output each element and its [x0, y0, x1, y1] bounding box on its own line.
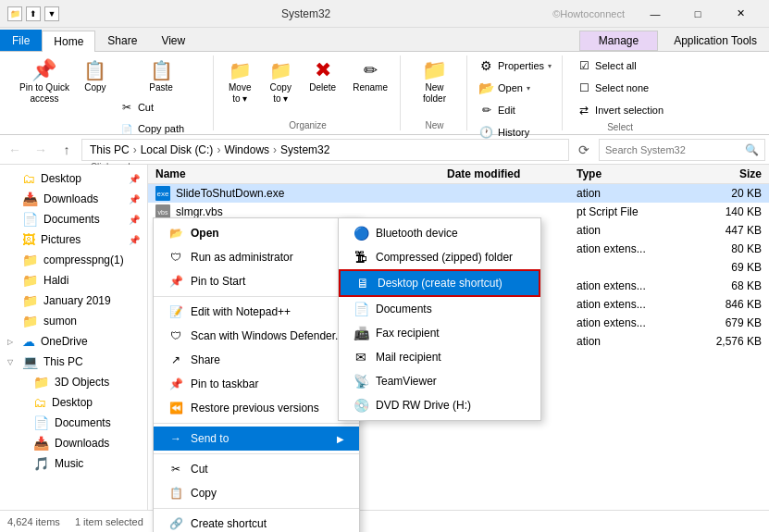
sidebar-item-downloads[interactable]: 📥 Downloads 📌 — [0, 189, 147, 209]
new-folder-icon: 📁 — [423, 59, 445, 81]
tab-view[interactable]: View — [149, 30, 197, 51]
ctx-share[interactable]: ↗ Share — [154, 348, 359, 372]
pin-indicator: 📌 — [129, 235, 140, 245]
sidebar-item-desktop2[interactable]: 🗂 Desktop — [0, 392, 147, 413]
ctx-copy[interactable]: 📋 Copy — [154, 481, 359, 505]
open-button[interactable]: 📂 Open ▾ — [475, 78, 535, 98]
submenu-mail[interactable]: ✉ Mail recipient — [339, 345, 540, 369]
sidebar-item-thispc[interactable]: ▽ 💻 This PC — [0, 352, 147, 372]
tab-application-tools[interactable]: Application Tools — [662, 30, 769, 51]
submenu-documents-label: Documents — [376, 303, 432, 315]
sidebar-item-documents[interactable]: 📄 Documents 📌 — [0, 209, 147, 229]
folder-icon: 📄 — [22, 212, 38, 227]
move-to-button[interactable]: 📁 Move to ▾ — [221, 56, 258, 107]
refresh-button[interactable]: ⟳ — [573, 139, 595, 161]
delete-button[interactable]: ✖ Delete — [303, 56, 342, 96]
ctx-sendto[interactable]: → Send to ▶ — [154, 427, 359, 451]
tab-manage[interactable]: Manage — [579, 31, 658, 51]
submenu-compressed[interactable]: 🗜 Compressed (zipped) folder — [339, 245, 540, 269]
folder-icon: 📥 — [33, 436, 49, 451]
invert-selection-button[interactable]: ⇄ Invert selection — [572, 100, 668, 120]
sidebar-item-music[interactable]: 🎵 Music — [0, 453, 147, 474]
customize-icon[interactable]: ▼ — [44, 6, 59, 21]
sidebar-item-3dobjects[interactable]: 📁 3D Objects — [0, 372, 147, 392]
breadcrumb-thispc[interactable]: This PC — [90, 143, 130, 156]
pin-to-quick-access-button[interactable]: 📌 Pin to Quick access — [13, 56, 76, 107]
up-button[interactable]: ↑ — [56, 139, 78, 161]
cut-button[interactable]: ✂ Cut — [115, 97, 207, 118]
ctx-create-shortcut[interactable]: 🔗 Create shortcut — [154, 512, 359, 532]
status-selected: 1 item selected — [75, 516, 143, 527]
submenu-teamviewer[interactable]: 📡 TeamViewer — [339, 369, 540, 393]
close-button[interactable]: ✕ — [719, 0, 762, 28]
submenu-dvd[interactable]: 💿 DVD RW Drive (H:) — [339, 393, 540, 417]
breadcrumb-localdisk[interactable]: Local Disk (C:) — [141, 143, 214, 156]
submenu-desktop[interactable]: 🖥 Desktop (create shortcut) — [339, 269, 540, 297]
copy-button[interactable]: 📋 Copy — [78, 56, 113, 96]
sidebar-item-pictures[interactable]: 🖼 Pictures 📌 — [0, 229, 147, 250]
ctx-cut[interactable]: ✂ Cut — [154, 457, 359, 481]
forward-button[interactable]: → — [30, 139, 52, 161]
sidebar-item-january2019[interactable]: 📁 January 2019 — [0, 291, 147, 311]
tab-share[interactable]: Share — [95, 30, 149, 51]
sidebar-item-sumon[interactable]: 📁 sumon — [0, 311, 147, 331]
rename-button[interactable]: ✏ Rename — [346, 56, 394, 96]
ctx-pin-taskbar[interactable]: 📌 Pin to taskbar — [154, 372, 359, 396]
submenu-fax[interactable]: 📠 Fax recipient — [339, 321, 540, 345]
edit-button[interactable]: ✏ Edit — [475, 100, 520, 120]
sidebar-item-compresspng[interactable]: 📁 compresspng(1) — [0, 250, 147, 270]
ctx-run-admin[interactable]: 🛡 Run as administrator — [154, 245, 359, 269]
submenu-documents[interactable]: 📄 Documents — [339, 297, 540, 321]
ctx-cut-label: Cut — [191, 463, 208, 476]
maximize-button[interactable]: □ — [676, 0, 719, 28]
file-name: slmgr.vbs — [176, 205, 447, 218]
new-folder-button[interactable]: 📁 New folder — [408, 56, 460, 107]
breadcrumb[interactable]: This PC › Local Disk (C:) › Windows › Sy… — [81, 139, 569, 161]
paste-button[interactable]: 📋 Paste — [115, 56, 207, 96]
ctx-restore[interactable]: ⏪ Restore previous versions — [154, 396, 359, 420]
ctx-open[interactable]: 📂 Open — [154, 221, 359, 245]
tab-home[interactable]: Home — [42, 31, 95, 52]
sidebar-item-haldi[interactable]: 📁 Haldi — [0, 270, 147, 291]
move-to-label: Move — [229, 82, 251, 93]
ctx-defender[interactable]: 🛡 Scan with Windows Defender... — [154, 324, 359, 348]
ctx-run-admin-label: Run as administrator — [191, 251, 293, 264]
ctx-cut-icon: ✂ — [168, 462, 183, 476]
ctx-pin-start-label: Pin to Start — [191, 275, 245, 288]
documents-icon: 📄 — [353, 302, 368, 316]
ctx-pin-start[interactable]: 📌 Pin to Start — [154, 269, 359, 293]
sidebar-item-downloads2[interactable]: 📥 Downloads — [0, 433, 147, 453]
sidebar-label-desktop2: Desktop — [52, 396, 93, 409]
ribbon-group-clipboard: 📌 Pin to Quick access 📋 Copy 📋 Paste ✂ C… — [7, 56, 214, 130]
select-none-button[interactable]: ☐ Select none — [572, 78, 653, 98]
back-button[interactable]: ← — [4, 139, 26, 161]
tab-file[interactable]: File — [0, 30, 42, 51]
properties-button[interactable]: ⚙ Properties ▾ — [475, 56, 556, 76]
breadcrumb-windows[interactable]: Windows — [224, 143, 269, 156]
file-list-header: Name Date modified Type Size — [148, 165, 769, 184]
pin-indicator: 📌 — [129, 194, 140, 204]
breadcrumb-system32[interactable]: System32 — [280, 143, 329, 156]
submenu-bluetooth[interactable]: 🔵 Bluetooth device — [339, 221, 540, 245]
dvd-icon: 💿 — [353, 398, 368, 413]
ctx-notepad[interactable]: 📝 Edit with Notepad++ — [154, 300, 359, 324]
quick-access-icon[interactable]: ⬆ — [26, 6, 41, 21]
sidebar-item-onedrive[interactable]: ▷ ☁ OneDrive — [0, 331, 147, 352]
copy-path-button[interactable]: 📄 Copy path — [115, 118, 207, 139]
minimize-button[interactable]: — — [634, 0, 676, 28]
select-all-button[interactable]: ☑ Select all — [572, 56, 641, 76]
table-row[interactable]: exe SlideToShutDown.exe ation 20 KB — [148, 184, 769, 203]
search-input[interactable] — [605, 144, 745, 155]
search-box[interactable]: 🔍 — [599, 139, 765, 161]
submenu-compressed-label: Compressed (zipped) folder — [376, 251, 513, 264]
copy-to-button[interactable]: 📁 Copy to ▾ — [262, 56, 299, 107]
properties-dropdown-icon: ▾ — [548, 62, 552, 70]
select-label: Select — [607, 122, 633, 132]
expand-icon: ▷ — [7, 338, 17, 346]
submenu-desktop-label: Desktop (create shortcut) — [378, 277, 502, 290]
copy-to-label: Copy — [270, 82, 291, 93]
folder-icon: 🖼 — [22, 232, 35, 247]
ctx-restore-icon: ⏪ — [168, 401, 183, 415]
sidebar-item-documents2[interactable]: 📄 Documents — [0, 413, 147, 433]
sidebar-item-desktop-quick[interactable]: 🗂 Desktop 📌 — [0, 168, 147, 189]
